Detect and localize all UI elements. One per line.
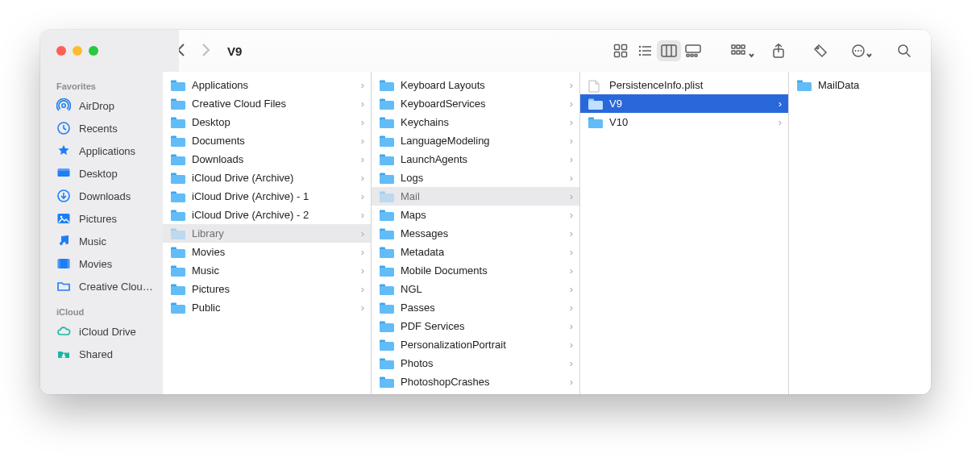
folder-row[interactable]: Applications›: [163, 76, 371, 94]
folder-row[interactable]: PDF Services›: [372, 317, 579, 335]
folder-row[interactable]: Desktop›: [163, 113, 371, 131]
svg-point-24: [816, 47, 818, 48]
svg-rect-101: [380, 379, 394, 388]
folder-row[interactable]: Music›: [163, 261, 371, 280]
sidebar-item-creative-clou-[interactable]: Creative Clou…: [40, 275, 163, 297]
chevron-down-icon: [749, 48, 754, 60]
sidebar-item-movies[interactable]: Movies: [40, 252, 163, 275]
folder-row[interactable]: KeyboardServices›: [372, 94, 579, 113]
sidebar-item-pictures[interactable]: Pictures: [40, 207, 163, 230]
sidebar-item-music[interactable]: Music: [40, 230, 163, 252]
folder-row[interactable]: V9›: [580, 94, 788, 113]
sidebar-item-label: Music: [79, 235, 106, 248]
svg-rect-3: [622, 52, 627, 57]
folder-row[interactable]: Keychains›: [372, 113, 579, 131]
chevron-right-icon: ›: [570, 135, 573, 147]
folder-row[interactable]: Mail›: [372, 187, 579, 206]
chevron-right-icon: ›: [779, 98, 782, 110]
sidebar-section-label: iCloud: [40, 297, 163, 320]
item-name: Creative Cloud Files: [192, 98, 351, 110]
group-by-button[interactable]: [731, 40, 749, 61]
sidebar-item-downloads[interactable]: Downloads: [40, 185, 163, 207]
folder-row[interactable]: iCloud Drive (Archive) - 1›: [163, 187, 371, 206]
zoom-button[interactable]: [89, 46, 98, 56]
view-gallery-button[interactable]: [681, 40, 705, 61]
sidebar-item-shared[interactable]: Shared: [40, 343, 163, 365]
svg-rect-17: [732, 45, 735, 48]
chevron-right-icon: ›: [570, 339, 573, 351]
item-name: Keychains: [401, 116, 560, 128]
view-columns-button[interactable]: [657, 40, 681, 61]
svg-rect-61: [171, 249, 185, 258]
svg-rect-95: [380, 323, 394, 332]
forward-button[interactable]: [200, 43, 211, 60]
svg-rect-43: [171, 82, 185, 91]
folder-row[interactable]: Creative Cloud Files›: [163, 94, 371, 113]
file-row[interactable]: PersistenceInfo.plist: [580, 76, 788, 94]
folder-icon: [797, 80, 812, 91]
sidebar-item-recents[interactable]: Recents: [40, 117, 163, 139]
folder-icon: [588, 117, 603, 128]
item-name: LanguageModeling: [401, 135, 560, 147]
folder-row[interactable]: NGL›: [372, 280, 579, 298]
view-mode-group: [607, 39, 707, 63]
folder-icon: [171, 80, 185, 91]
item-name: Documents: [192, 135, 351, 147]
item-name: Maps: [401, 209, 560, 221]
folder-row[interactable]: Photos›: [372, 354, 579, 372]
folder-row[interactable]: iCloud Drive (Archive) - 2›: [163, 206, 371, 224]
svg-rect-14: [687, 55, 689, 57]
folder-row[interactable]: Public›: [163, 298, 371, 317]
minimize-button[interactable]: [73, 46, 82, 56]
sidebar-item-airdrop[interactable]: AirDrop: [40, 94, 163, 117]
folder-row[interactable]: Maps›: [372, 206, 579, 224]
folder-row[interactable]: V10›: [580, 113, 788, 131]
chevron-right-icon: ›: [570, 376, 573, 388]
chevron-right-icon: ›: [361, 135, 364, 147]
share-button[interactable]: [766, 40, 791, 61]
svg-point-6: [639, 50, 641, 52]
folder-row[interactable]: LaunchAgents›: [372, 150, 579, 169]
chevron-right-icon: ›: [570, 153, 573, 165]
item-name: PhotoshopCrashes: [401, 376, 560, 388]
svg-rect-63: [171, 268, 185, 277]
actions-button[interactable]: [850, 40, 866, 61]
folder-row[interactable]: Pictures›: [163, 280, 371, 298]
folder-row[interactable]: MailData: [789, 76, 931, 94]
folder-row[interactable]: Downloads›: [163, 150, 371, 169]
folder-icon: [171, 191, 185, 202]
search-button[interactable]: [892, 40, 916, 61]
sidebar-item-label: AirDrop: [79, 100, 114, 112]
sidebar-item-label: Downloads: [79, 190, 131, 202]
recents-icon: [56, 121, 71, 135]
chevron-right-icon: ›: [361, 209, 364, 221]
item-name: PersistenceInfo.plist: [609, 79, 782, 91]
folder-row[interactable]: Movies›: [163, 243, 371, 261]
folder-row[interactable]: Keyboard Layouts›: [372, 76, 579, 94]
toolbar-right-tools: [731, 40, 916, 61]
folder-row[interactable]: PersonalizationPortrait›: [372, 335, 579, 354]
desktop-icon: [56, 166, 71, 181]
view-icons-button[interactable]: [608, 40, 633, 61]
folder-row[interactable]: Documents›: [163, 131, 371, 150]
folder-row[interactable]: LanguageModeling›: [372, 131, 579, 150]
folder-row[interactable]: Metadata›: [372, 243, 579, 261]
folder-row[interactable]: Mobile Documents›: [372, 261, 579, 280]
chevron-right-icon: ›: [361, 190, 364, 202]
sidebar-item-applications[interactable]: Applications: [40, 139, 163, 162]
view-list-button[interactable]: [633, 40, 657, 61]
folder-row[interactable]: Library›: [163, 224, 371, 243]
chevron-right-icon: ›: [361, 264, 364, 277]
tags-button[interactable]: [808, 40, 833, 61]
folder-row[interactable]: Logs›: [372, 169, 579, 187]
folder-row[interactable]: iCloud Drive (Archive)›: [163, 169, 371, 187]
folder-row[interactable]: PhotoshopCrashes›: [372, 372, 579, 391]
svg-rect-19: [741, 45, 745, 48]
close-button[interactable]: [56, 46, 66, 56]
svg-rect-75: [380, 138, 394, 147]
folder-row[interactable]: Passes›: [372, 298, 579, 317]
svg-point-37: [60, 216, 63, 218]
sidebar-item-desktop[interactable]: Desktop: [40, 162, 163, 185]
sidebar-item-icloud-drive[interactable]: iCloud Drive: [40, 320, 163, 343]
folder-row[interactable]: Messages›: [372, 224, 579, 243]
